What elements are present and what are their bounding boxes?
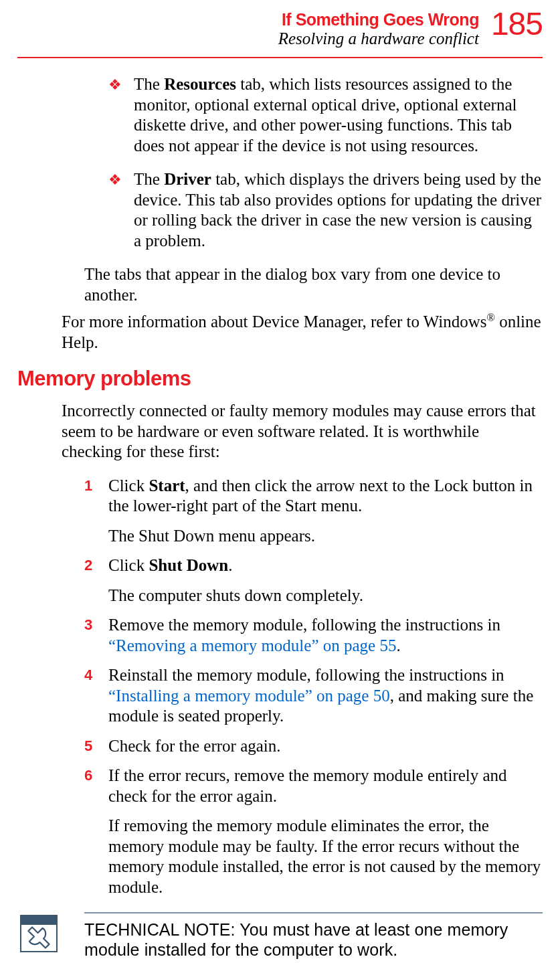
cross-reference-link[interactable]: “Removing a memory module” on page 55 xyxy=(108,636,396,654)
list-item: 2 Click Shut Down. The computer shuts do… xyxy=(84,555,543,606)
numbered-list: 1 Click Start, and then click the arrow … xyxy=(84,476,543,898)
step-body: If the error recurs, remove the memory m… xyxy=(108,766,543,897)
page-number: 185 xyxy=(491,9,543,38)
paragraph: The Shut Down menu appears. xyxy=(108,526,543,547)
note-body: TECHNICAL NOTE: You must have at least o… xyxy=(20,920,543,960)
note-rule-top xyxy=(84,912,543,913)
step-body: Check for the error again. xyxy=(108,736,543,757)
text-run: . xyxy=(228,556,232,574)
bullet-text: The Resources tab, which lists resources… xyxy=(134,74,543,156)
registered-mark: ® xyxy=(487,312,495,324)
step-number: 2 xyxy=(84,555,108,606)
page-header: If Something Goes Wrong Resolving a hard… xyxy=(17,9,543,53)
text-run: Click xyxy=(108,556,149,574)
text-run: Reinstall the memory module, following t… xyxy=(108,666,504,684)
paragraph: The tabs that appear in the dialog box v… xyxy=(84,264,543,305)
bold-term: Shut Down xyxy=(149,556,228,574)
body-content: ❖ The Resources tab, which lists resourc… xyxy=(17,58,543,963)
bold-term: Driver xyxy=(164,170,211,188)
paragraph: Incorrectly connected or faulty memory m… xyxy=(62,401,543,462)
bullet-text: The Driver tab, which displays the drive… xyxy=(134,169,543,251)
text-run: For more information about Device Manage… xyxy=(62,313,487,331)
step-number: 3 xyxy=(84,615,108,656)
diamond-bullet-icon: ❖ xyxy=(108,74,134,156)
list-item: 6 If the error recurs, remove the memory… xyxy=(84,766,543,897)
list-item: 5 Check for the error again. xyxy=(84,736,543,757)
cross-reference-link[interactable]: “Installing a memory module” on page 50 xyxy=(108,687,390,705)
step-number: 6 xyxy=(84,766,108,897)
bullet-list: ❖ The Resources tab, which lists resourc… xyxy=(108,74,543,251)
bold-term: Start xyxy=(149,476,185,495)
bold-term: Resources xyxy=(164,75,236,93)
text-run: The xyxy=(134,75,164,93)
paragraph: If the error recurs, remove the memory m… xyxy=(108,766,543,806)
technical-note: TECHNICAL NOTE: You must have at least o… xyxy=(20,912,543,963)
step-number: 1 xyxy=(84,476,108,547)
step-body: Reinstall the memory module, following t… xyxy=(108,665,543,727)
bullet-item: ❖ The Driver tab, which displays the dri… xyxy=(108,169,543,251)
page-container: If Something Goes Wrong Resolving a hard… xyxy=(0,0,560,963)
diamond-bullet-icon: ❖ xyxy=(108,169,134,251)
wrench-icon xyxy=(20,915,58,952)
note-text: TECHNICAL NOTE: You must have at least o… xyxy=(84,920,543,960)
text-run: . xyxy=(396,636,400,654)
text-run: Remove the memory module, following the … xyxy=(108,616,500,634)
step-body: Click Start, and then click the arrow ne… xyxy=(108,476,543,547)
paragraph: If removing the memory module eliminates… xyxy=(108,816,543,897)
chapter-title: If Something Goes Wrong xyxy=(278,11,479,29)
step-number: 4 xyxy=(84,665,108,727)
bullet-item: ❖ The Resources tab, which lists resourc… xyxy=(108,74,543,156)
header-text-block: If Something Goes Wrong Resolving a hard… xyxy=(278,9,491,48)
step-body: Click Shut Down. The computer shuts down… xyxy=(108,555,543,606)
step-body: Remove the memory module, following the … xyxy=(108,615,543,656)
list-item: 4 Reinstall the memory module, following… xyxy=(84,665,543,727)
section-title: Resolving a hardware conflict xyxy=(278,29,479,48)
text-run: Click xyxy=(108,476,149,495)
paragraph: The computer shuts down completely. xyxy=(108,586,543,606)
step-number: 5 xyxy=(84,736,108,757)
list-item: 3 Remove the memory module, following th… xyxy=(84,615,543,656)
list-item: 1 Click Start, and then click the arrow … xyxy=(84,476,543,547)
section-heading: Memory problems xyxy=(17,366,543,391)
paragraph: For more information about Device Manage… xyxy=(62,312,543,353)
text-run: The xyxy=(134,170,164,188)
svg-rect-1 xyxy=(21,915,57,925)
